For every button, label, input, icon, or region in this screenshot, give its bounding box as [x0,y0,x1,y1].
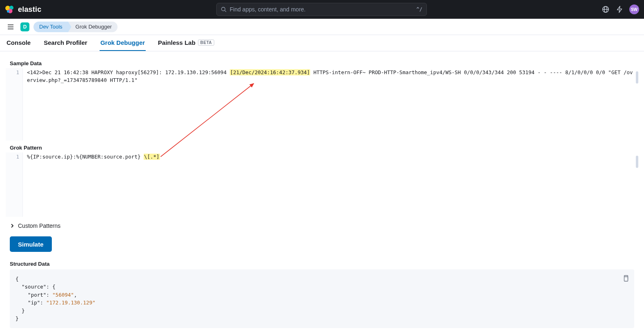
tool-tabs: Console Search Profiler Grok Debugger Pa… [0,35,644,51]
tab-search-profiler[interactable]: Search Profiler [43,35,88,51]
breadcrumb-item-grok[interactable]: Grok Debugger [68,22,118,32]
breadcrumb: Dev Tools Grok Debugger [33,22,118,32]
search-placeholder: Find apps, content, and more. [230,6,417,13]
sample-code[interactable]: <142>Dec 21 16:42:38 HAPROXY haproxy[562… [23,68,638,141]
sample-data-editor[interactable]: 1 <142>Dec 21 16:42:38 HAPROXY haproxy[5… [6,68,638,141]
structured-output: { "source": { "port": "56094", "ip": "17… [10,269,634,328]
tab-painless-lab[interactable]: Painless Lab BETA [157,35,215,51]
user-avatar[interactable]: SW [629,4,639,14]
nav-subbar: D Dev Tools Grok Debugger [0,19,644,35]
sample-data-label: Sample Data [10,60,638,66]
structured-data-label: Structured Data [10,261,638,267]
custom-patterns-toggle[interactable]: Custom Patterns [6,217,638,236]
custom-patterns-label: Custom Patterns [18,223,60,229]
search-kbd-hint: ^/ [416,7,422,12]
search-icon [221,7,227,12]
nav-menu-button[interactable] [5,21,16,33]
simulate-button[interactable]: Simulate [10,236,52,252]
elastic-logo-icon [5,4,15,14]
editor-gutter: 1 [6,68,23,141]
breadcrumb-item-devtools[interactable]: Dev Tools [33,22,68,32]
tab-console[interactable]: Console [6,35,31,51]
beta-badge: BETA [198,40,214,46]
scrollbar-thumb[interactable] [636,71,638,84]
svg-rect-14 [624,277,628,281]
editor-gutter: 1 [6,152,23,217]
grok-pattern-label: Grok Pattern [10,145,638,151]
global-search[interactable]: Find apps, content, and more. ^/ [216,3,427,16]
copy-icon[interactable] [623,275,628,284]
sample-highlight: [21/Dec/2024:16:42:37.934] [230,69,311,75]
scrollbar-thumb[interactable] [636,156,638,168]
help-icon[interactable] [615,5,624,13]
brand-logo[interactable]: elastic [5,4,41,14]
chevron-right-icon [10,223,15,228]
newsfeed-icon[interactable] [602,5,610,13]
space-selector[interactable]: D [20,22,29,31]
pattern-code[interactable]: %{IP:source.ip}:%{NUMBER:source.port} \[… [23,152,638,217]
svg-point-4 [221,7,225,11]
svg-point-3 [7,10,9,13]
pattern-highlight: \[.*] [144,154,160,160]
grok-pattern-editor[interactable]: 1 %{IP:source.ip}:%{NUMBER:source.port} … [6,152,638,217]
top-header: elastic Find apps, content, and more. ^/… [0,0,644,19]
brand-name: elastic [18,5,41,14]
tab-painless-label: Painless Lab [158,39,195,46]
svg-line-5 [224,11,226,12]
tab-grok-debugger[interactable]: Grok Debugger [100,35,146,51]
